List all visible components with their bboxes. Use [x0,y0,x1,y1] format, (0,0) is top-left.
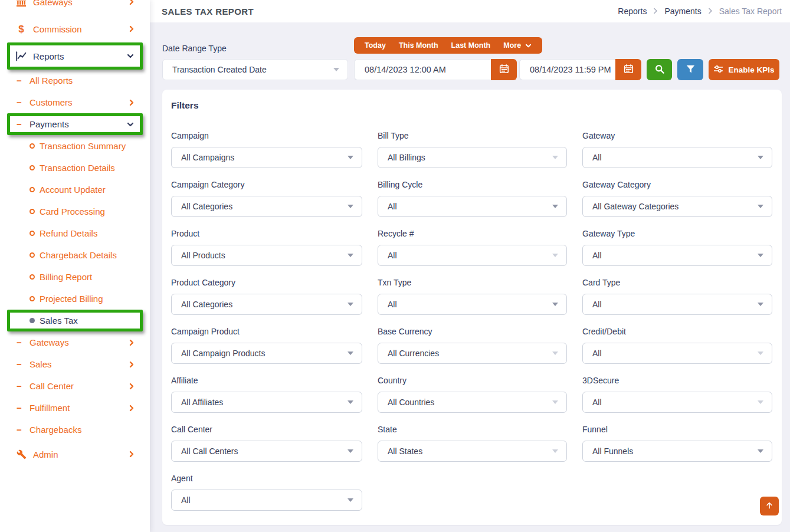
sidebar-item-sales-tax[interactable]: Sales Tax [7,310,143,331]
quick-date-more-button[interactable]: More [497,41,538,50]
sidebar-item-label: All Reports [29,75,73,86]
selected-value: All Gateway Categories [592,202,678,211]
sidebar-item-call-center[interactable]: −Call Center [0,375,150,397]
txn-type-select[interactable]: All [378,294,567,315]
sidebar-item-transaction-details[interactable]: Transaction Details [0,157,150,179]
end-date-input[interactable]: 08/14/2023 11:59 PM [519,59,615,80]
gateway-category-select[interactable]: All Gateway Categories [582,196,772,217]
sidebar-item-projected-billing[interactable]: Projected Billing [0,288,150,310]
filter-button[interactable] [677,59,703,80]
filter-label-call-center: Call Center [171,425,362,434]
date-range-type-value: Transaction Created Date [172,65,267,74]
dollar-icon: $ [14,24,28,34]
sidebar-item-label: Sales [29,359,52,369]
sidebar-item-all-reports[interactable]: −All Reports [0,70,150,91]
quick-date-this-month-button[interactable]: This Month [392,41,445,50]
page-title: SALES TAX REPORT [162,6,254,17]
chevron-down-icon [348,352,353,355]
dash-icon: − [17,381,24,391]
sidebar-item-admin[interactable]: Admin [0,441,150,468]
selected-value: All [592,251,602,260]
wrench-icon [14,449,28,459]
bullet-icon [29,318,35,323]
billing-cycle-select[interactable]: All [378,196,567,217]
scroll-to-top-button[interactable] [760,497,779,515]
enable-kpis-button[interactable]: Enable KPIs [709,59,779,80]
filter-state: StateAll States [378,425,567,462]
sidebar-item-label: Customers [29,97,73,107]
filter-label-card-type: Card Type [582,278,772,287]
dash-icon: − [17,337,24,347]
selected-value: All Products [181,251,225,260]
selected-value: All Currencies [388,349,439,358]
chevron-down-icon [552,156,558,159]
chevron-down-icon [758,400,763,404]
base-currency-select[interactable]: All Currencies [378,343,567,364]
chevron-down-icon [758,205,763,208]
credit-debit-select[interactable]: All [582,343,772,364]
selected-value: All [592,153,602,162]
3dsecure-select[interactable]: All [582,392,772,413]
chevron-down-icon [348,205,353,208]
bullet-icon [29,187,35,192]
country-select[interactable]: All Countries [378,392,567,413]
chevron-down-icon [758,156,763,159]
sidebar-item-payments[interactable]: −Payments [7,113,143,135]
sidebar-item-label: Projected Billing [40,294,103,304]
card-type-select[interactable]: All [582,294,772,315]
gateway-type-select[interactable]: All [582,245,772,266]
filter-gateway: GatewayAll [582,131,772,168]
product-category-select[interactable]: All Categories [171,294,362,315]
filter-label-campaign-product: Campaign Product [171,327,362,336]
campaign-select[interactable]: All Campaigns [171,147,362,168]
sidebar-item-gateways[interactable]: −Gateways [0,331,150,353]
gateway-select[interactable]: All [582,147,772,168]
funnel-select[interactable]: All Funnels [582,441,772,462]
start-date-input[interactable]: 08/14/2023 12:00 AM [354,59,491,80]
call-center-select[interactable]: All Call Centers [171,441,362,462]
date-range-type-select[interactable]: Transaction Created Date [162,59,348,80]
recycle-select[interactable]: All [378,245,567,266]
campaign-product-select[interactable]: All Campaign Products [171,343,362,364]
sidebar-item-chargeback-details[interactable]: Chargeback Details [0,244,150,266]
sidebar-item-sales[interactable]: −Sales [0,353,150,375]
selected-value: All [592,398,602,407]
sidebar-item-billing-report[interactable]: Billing Report [0,266,150,288]
sidebar-item-fulfillment[interactable]: −Fulfillment [0,397,150,419]
sidebar-item-chargebacks[interactable]: −Chargebacks [0,419,150,441]
filter-product-category: Product CategoryAll Categories [171,278,362,315]
chevron-down-icon [348,400,353,404]
start-date-calendar-button[interactable] [491,59,517,80]
sidebar-item-account-updater[interactable]: Account Updater [0,179,150,201]
filter-label-recycle: Recycle # [378,229,567,238]
date-inputs-row: 08/14/2023 12:00 AM 08/14/2023 11:59 PM [354,59,779,80]
sidebar-item-gateways[interactable]: Gateways [0,0,150,15]
sidebar-item-reports[interactable]: Reports [7,42,143,70]
sidebar-item-commission[interactable]: $Commission [0,15,150,42]
bill-type-select[interactable]: All Billings [378,147,567,168]
breadcrumb-item-sales-tax-report: Sales Tax Report [719,6,782,16]
bullet-icon [29,231,35,236]
affiliate-select[interactable]: All Affiliates [171,392,362,413]
sidebar-item-refund-details[interactable]: Refund Details [0,222,150,244]
quick-date-bar: TodayThis MonthLast MonthMore [354,37,542,54]
sidebar-item-card-processing[interactable]: Card Processing [0,201,150,222]
end-date-calendar-button[interactable] [615,59,641,80]
breadcrumb-item-reports[interactable]: Reports [618,6,647,16]
chevron-right-icon [129,99,135,106]
filter-label-credit-debit: Credit/Debit [582,327,772,336]
breadcrumb-item-payments[interactable]: Payments [664,6,701,16]
sidebar-item-customers[interactable]: −Customers [0,91,150,113]
state-select[interactable]: All States [378,441,567,462]
up-arrow-icon [765,501,773,511]
sidebar-item-label: Account Updater [40,185,106,195]
campaign-category-select[interactable]: All Categories [171,196,362,217]
product-select[interactable]: All Products [171,245,362,266]
quick-date-today-button[interactable]: Today [358,41,392,50]
agent-select[interactable]: All [171,490,362,511]
chevron-right-icon [708,6,713,16]
chart-icon [14,51,28,61]
quick-date-last-month-button[interactable]: Last Month [445,41,497,50]
search-button[interactable] [647,59,672,80]
sidebar-item-transaction-summary[interactable]: Transaction Summary [0,135,150,157]
